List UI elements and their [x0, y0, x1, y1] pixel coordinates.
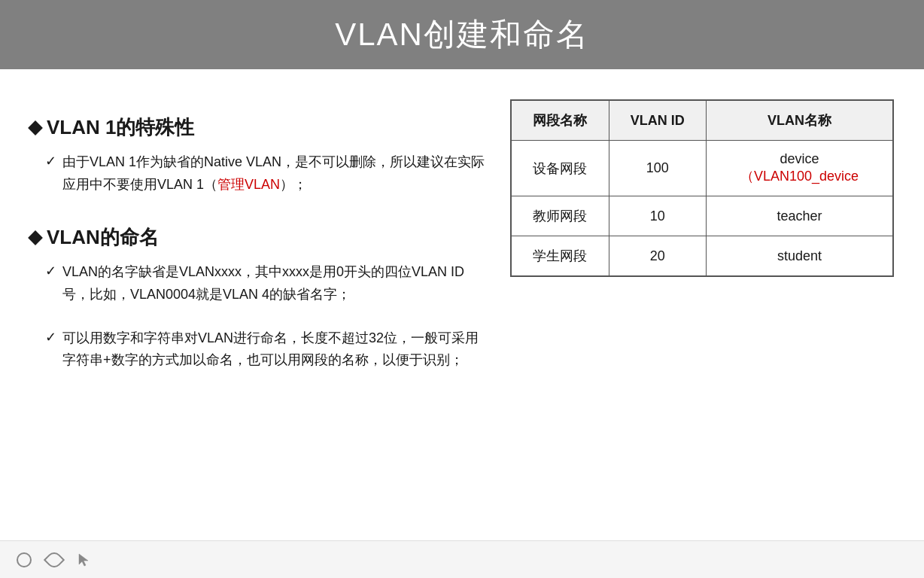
- cell-student-vlanid: 20: [609, 236, 706, 277]
- checkmark-1: ✓: [45, 153, 56, 169]
- section1-item1: ✓ 由于VLAN 1作为缺省的Native VLAN，是不可以删除，所以建议在实…: [45, 151, 488, 196]
- section1-heading: VLAN 1的特殊性: [30, 114, 488, 141]
- cell-student-name: 学生网段: [511, 236, 609, 277]
- cell-teacher-name: 教师网段: [511, 196, 609, 236]
- col-header-name: 网段名称: [511, 100, 609, 141]
- vlan-table: 网段名称 VLAN ID VLAN名称 设备网段 100 device（VLAN…: [510, 99, 894, 277]
- table-row-teacher: 教师网段 10 teacher: [511, 196, 893, 236]
- table-row-student: 学生网段 20 student: [511, 236, 893, 277]
- cell-teacher-vlanname: teacher: [706, 196, 893, 236]
- cell-device-vlanname: device（VLAN100_device: [706, 141, 893, 196]
- table-header-row: 网段名称 VLAN ID VLAN名称: [511, 100, 893, 141]
- section1-title: VLAN 1的特殊性: [47, 114, 194, 141]
- section2-item1: ✓ VLAN的名字缺省是VLANxxxx，其中xxxx是用0开头的四位VLAN …: [45, 261, 488, 306]
- cell-teacher-vlanid: 10: [609, 196, 706, 236]
- cell-device-name: 设备网段: [511, 141, 609, 196]
- cell-student-vlanname: student: [706, 236, 893, 277]
- col-header-vlanname: VLAN名称: [706, 100, 893, 141]
- right-column: 网段名称 VLAN ID VLAN名称 设备网段 100 device（VLAN…: [510, 92, 894, 533]
- main-content: VLAN 1的特殊性 ✓ 由于VLAN 1作为缺省的Native VLAN，是不…: [0, 69, 924, 548]
- col-header-vlanid: VLAN ID: [609, 100, 706, 141]
- section1-item1-text: 由于VLAN 1作为缺省的Native VLAN，是不可以删除，所以建议在实际应…: [62, 151, 488, 196]
- cell-device-vlanname-red: （VLAN100_device: [740, 169, 859, 184]
- table-row-device: 设备网段 100 device（VLAN100_device: [511, 141, 893, 196]
- checkmark-2: ✓: [45, 263, 56, 279]
- section2-item2-text: 可以用数字和字符串对VLAN进行命名，长度不超过32位，一般可采用字符串+数字的…: [62, 327, 488, 372]
- section2-item2: ✓ 可以用数字和字符串对VLAN进行命名，长度不超过32位，一般可采用字符串+数…: [45, 327, 488, 372]
- left-column: VLAN 1的特殊性 ✓ 由于VLAN 1作为缺省的Native VLAN，是不…: [30, 92, 488, 533]
- eraser-tool-icon[interactable]: [45, 551, 63, 569]
- circle-tool-icon[interactable]: [15, 551, 33, 569]
- checkmark-3: ✓: [45, 329, 56, 345]
- cursor-tool-icon[interactable]: [75, 551, 93, 569]
- bullet-diamond-2: [28, 230, 43, 245]
- section2-item1-text: VLAN的名字缺省是VLANxxxx，其中xxxx是用0开头的四位VLAN ID…: [62, 261, 488, 306]
- cursor-icon-svg: [77, 552, 92, 567]
- page-title: VLAN创建和命名: [335, 17, 589, 52]
- red-text-1: 管理VLAN: [217, 177, 280, 192]
- svg-marker-0: [79, 554, 88, 566]
- bottom-bar: [0, 540, 924, 578]
- bullet-diamond-1: [28, 120, 43, 135]
- section2-heading: VLAN的命名: [30, 224, 488, 251]
- section2-title: VLAN的命名: [47, 224, 159, 251]
- header-bar: VLAN创建和命名: [0, 0, 924, 69]
- cell-device-vlanid: 100: [609, 141, 706, 196]
